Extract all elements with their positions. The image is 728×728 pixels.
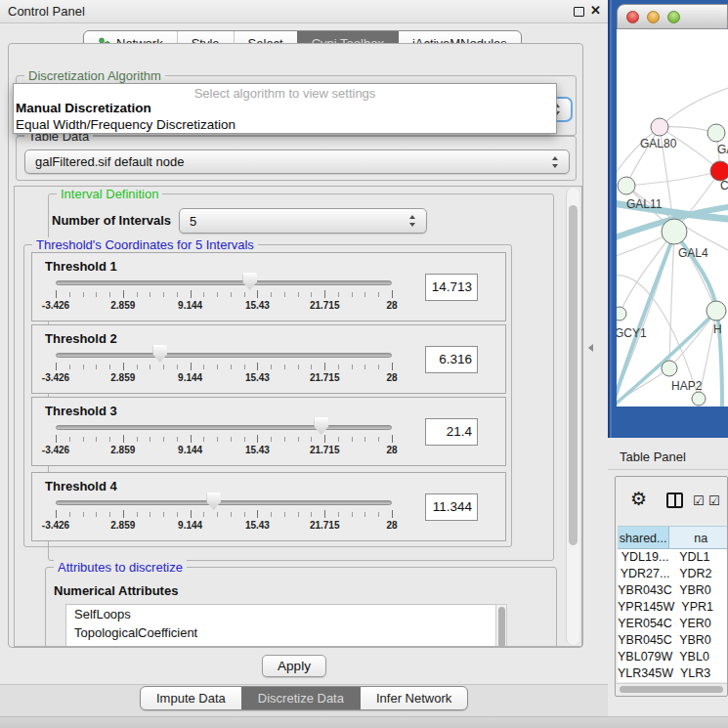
table-cell[interactable]: YBL079W [618, 649, 672, 665]
checkbox-icon[interactable]: ☑ [693, 493, 705, 508]
tick-label: -3.426 [42, 445, 69, 455]
table-row[interactable]: YBR043CYBR0 [618, 582, 728, 599]
attribute-item[interactable]: BetweennessCentrality [66, 642, 506, 647]
table-cell[interactable]: YDL1 [672, 549, 728, 566]
tick-label: 9.144 [178, 445, 202, 455]
scrollbar-thumb[interactable] [620, 686, 723, 693]
slider-track[interactable] [56, 353, 392, 358]
slider-thumb[interactable] [242, 273, 257, 290]
slider-track[interactable] [56, 280, 392, 285]
tick-label: 28 [386, 445, 397, 455]
table-row[interactable]: YBL079WYBL0 [618, 649, 728, 665]
threshold-1-panel: Threshold 1 -3.4262.8599.14415.4321.7152… [31, 252, 506, 321]
table-cell[interactable]: YBR0 [672, 632, 728, 649]
threshold-1-value-field[interactable]: 14.713 [425, 274, 478, 301]
slider-thumb[interactable] [314, 417, 328, 435]
tab-infer-network[interactable]: Infer Network [360, 687, 467, 709]
slider-thumb[interactable] [206, 492, 221, 510]
apply-button[interactable]: Apply [262, 655, 326, 677]
interval-definition-title: Interval Definition [57, 187, 162, 201]
major-tick [123, 290, 124, 298]
table-cell[interactable]: YLR3 [673, 665, 728, 682]
major-tick [324, 290, 325, 298]
table-data-combobox[interactable]: galFiltered.sif default node [24, 150, 570, 174]
splitter-collapse-arrow[interactable] [588, 344, 593, 352]
split-columns-icon[interactable] [666, 492, 683, 508]
popup-option-manual-discretization[interactable]: Manual Discretization [16, 101, 151, 115]
table-cell[interactable]: YDL19... [618, 549, 672, 566]
table-cell[interactable]: YBR043C [618, 582, 672, 599]
number-of-intervals-combobox[interactable]: 5 [179, 208, 427, 234]
tick-label: 9.144 [178, 372, 202, 383]
table-cell[interactable]: YDR2 [672, 566, 728, 582]
attributes-scrollbar[interactable] [495, 604, 507, 647]
node-attribute-table: shared... na YDL19...YDL1YDR27...YDR2YBR… [618, 526, 728, 682]
threshold-2-value-field[interactable]: 6.316 [425, 346, 478, 373]
gear-icon[interactable]: ⚙ [630, 490, 647, 508]
tick-label: 2.859 [110, 300, 135, 311]
tab-discretize-data[interactable]: Discretize Data [241, 687, 360, 709]
table-cell[interactable]: YPR145W [618, 599, 674, 616]
zoom-traffic-light-icon[interactable] [667, 11, 680, 23]
minimize-traffic-light-icon[interactable] [647, 11, 660, 23]
network-view[interactable]: GAL80 GA C GAL11 GAL4 GCY1 H HAP2 [617, 29, 728, 407]
node-gal80 [651, 118, 668, 136]
table-cell[interactable]: YBL0 [672, 649, 728, 665]
table-cell[interactable]: YBR045C [618, 632, 672, 649]
tick-label: 28 [386, 520, 397, 531]
table-row[interactable]: YBR045CYBR0 [618, 632, 728, 649]
table-cell[interactable]: YBR0 [672, 582, 728, 599]
table-panel-title: Table Panel [620, 450, 686, 464]
tick-label: 28 [386, 300, 397, 311]
attribute-item[interactable]: TopologicalCoefficient [66, 623, 506, 642]
network-graph: GAL80 GA C GAL11 GAL4 GCY1 H HAP2 [617, 29, 728, 407]
node-label-partial-c: C [720, 179, 728, 193]
scrollbar-thumb[interactable] [569, 205, 578, 545]
checkbox-icon[interactable]: ☑ [708, 493, 720, 508]
table-row[interactable]: YPR145WYPR1 [618, 599, 728, 616]
slider-thumb[interactable] [152, 345, 167, 363]
major-tick [123, 363, 124, 370]
float-window-icon[interactable] [574, 7, 584, 17]
node-label-gal11: GAL11 [626, 197, 663, 211]
tick-label: 15.43 [245, 445, 270, 455]
close-icon[interactable]: ✕ [590, 3, 601, 18]
threshold-3-slider: -3.4262.8599.14415.4321.71528 [56, 398, 392, 467]
threshold-3-value-field[interactable]: 21.4 [425, 418, 478, 446]
table-row[interactable]: YDR27...YDR2 [618, 566, 728, 582]
tick-label: 9.144 [178, 520, 202, 531]
scrollbar-thumb[interactable] [498, 607, 505, 647]
node-label-partial-ga: GA [717, 143, 728, 156]
table-row[interactable]: YER054CYER0 [618, 616, 728, 632]
table-cell[interactable]: YDR27... [618, 566, 672, 582]
table-cell[interactable]: YER054C [618, 616, 672, 632]
node-label-hap2: HAP2 [671, 379, 703, 393]
column-header-name[interactable]: na [669, 526, 728, 549]
settings-vertical-scrollbar[interactable] [566, 188, 579, 645]
slider-track[interactable] [56, 500, 392, 505]
node-red [710, 161, 728, 181]
control-panel-titlebar: Control Panel ✕ [0, 0, 608, 23]
table-cell[interactable]: YER0 [672, 616, 728, 632]
table-cell[interactable]: YPR1 [674, 599, 728, 616]
table-cell[interactable]: YLR345W [618, 665, 673, 682]
network-window-titlebar[interactable] [617, 4, 728, 29]
tick-label: 28 [386, 372, 397, 383]
tick-label: 15.43 [245, 520, 270, 531]
tick-label: 15.43 [245, 300, 270, 311]
major-tick [56, 435, 57, 443]
threshold-4-value-field[interactable]: 11.344 [425, 493, 478, 521]
numerical-attributes-list: SelfLoopsTopologicalCoefficientBetweenne… [65, 604, 507, 647]
close-traffic-light-icon[interactable] [626, 11, 639, 23]
node-label-partial-h: H [713, 322, 722, 336]
tick-label: 21.715 [310, 520, 340, 531]
slider-track[interactable] [56, 425, 392, 430]
table-horizontal-scrollbar[interactable] [616, 683, 728, 694]
column-header-shared[interactable]: shared... [618, 526, 669, 549]
table-row[interactable]: YLR345WYLR3 [618, 665, 728, 682]
attribute-item[interactable]: SelfLoops [66, 605, 506, 623]
tab-impute-data[interactable]: Impute Data [141, 687, 241, 709]
popup-option-equal-width-frequency[interactable]: Equal Width/Frequency Discretization [16, 117, 236, 132]
table-row[interactable]: YDL19...YDL1 [618, 549, 728, 566]
attributes-group-title: Attributes to discretize [54, 560, 187, 575]
